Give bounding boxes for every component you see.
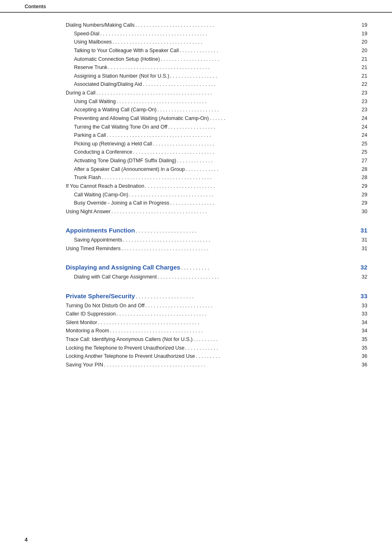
list-item: Using Night Answer . . . . . . . . . . .… xyxy=(66,207,367,216)
list-item: Call Waiting (Camp-On) . . . . . . . . .… xyxy=(66,191,367,199)
toc-label: Trace Call: Identifying Anonymous Caller… xyxy=(66,335,193,344)
list-item: Caller ID Suppression . . . . . . . . . … xyxy=(66,310,367,318)
list-item: Assigning a Station Number (Not for U.S.… xyxy=(66,72,367,81)
content-area: Dialing Numbers/Making Calls . . . . . .… xyxy=(0,13,392,386)
list-item: Picking up (Retrieving) a Held Call . . … xyxy=(66,140,367,148)
toc-label: Speed-Dial xyxy=(74,30,99,38)
list-item: If You Cannot Reach a Destination . . . … xyxy=(66,182,367,191)
toc-label: Activating Tone Dialing (DTMF Suffix Dia… xyxy=(74,157,176,165)
list-item: Saving Appointments . . . . . . . . . . … xyxy=(66,236,367,244)
toc-label: Dialing Numbers/Making Calls xyxy=(66,21,134,30)
toc-label: Monitoring a Room xyxy=(66,327,109,335)
list-item: Turning Do Not Disturb On and Off . . . … xyxy=(66,302,367,310)
list-item: After a Speaker Call (Announcement) in a… xyxy=(66,165,367,174)
header-bar: Contents xyxy=(0,0,392,13)
toc-label: Caller ID Suppression xyxy=(66,310,116,318)
toc-label: Assigning a Station Number (Not for U.S.… xyxy=(74,72,169,81)
toc-label: During a Call xyxy=(66,89,95,97)
section-heading-call-charges: Displaying and Assigning Call Charges . … xyxy=(66,263,367,273)
list-item: Speed-Dial . . . . . . . . . . . . . . .… xyxy=(66,30,367,38)
toc-label: If You Cannot Reach a Destination xyxy=(66,182,144,191)
list-item: Locking the Telephone to Prevent Unautho… xyxy=(66,344,367,352)
list-item: Saving Your PIN . . . . . . . . . . . . … xyxy=(66,361,367,369)
list-item: Conducting a Conference . . . . . . . . … xyxy=(66,148,367,157)
list-item: Dialing with Call Charge Assignment . . … xyxy=(66,273,367,281)
toc-label: Picking up (Retrieving) a Held Call xyxy=(74,140,152,148)
list-item: During a Call . . . . . . . . . . . . . … xyxy=(66,89,367,97)
toc-label: Using Call Waiting xyxy=(74,97,116,106)
list-item: Accepting a Waiting Call (Camp-On) . . .… xyxy=(66,106,367,114)
toc-label: Saving Your PIN xyxy=(66,361,103,369)
toc-label: Reserve Trunk xyxy=(74,63,107,72)
toc-label: Automatic Connection Setup (Hotline) xyxy=(74,55,160,64)
list-item: Using Mailboxes . . . . . . . . . . . . … xyxy=(66,38,367,46)
list-item: Dialing Numbers/Making Calls . . . . . .… xyxy=(66,21,367,30)
toc-label: Call Waiting (Camp-On) xyxy=(74,191,128,199)
toc-label: After a Speaker Call (Announcement) in a… xyxy=(74,165,185,174)
toc-label: Busy Override - Joining a Call in Progre… xyxy=(74,199,169,207)
toc-label: Associated Dialing/Dialing Aid xyxy=(74,80,142,89)
toc-label: Silent Monitor xyxy=(66,318,97,327)
toc-label: Using Mailboxes xyxy=(74,38,112,46)
list-item: Locking Another Telephone to Prevent Una… xyxy=(66,352,367,361)
list-item: Talking to Your Colleague With a Speaker… xyxy=(66,46,367,55)
toc-label: Turning Do Not Disturb On and Off xyxy=(66,302,145,310)
toc-label: Locking Another Telephone to Prevent Una… xyxy=(66,352,195,361)
toc-label: Saving Appointments xyxy=(74,236,122,244)
list-item: Busy Override - Joining a Call in Progre… xyxy=(66,199,367,207)
toc-label: Dialing with Call Charge Assignment xyxy=(74,273,157,281)
header-title: Contents xyxy=(25,4,46,9)
toc-regular-entries: Dialing Numbers/Making Calls . . . . . .… xyxy=(66,21,367,216)
list-item: Associated Dialing/Dialing Aid . . . . .… xyxy=(66,80,367,89)
toc-label: Turning the Call Waiting Tone On and Off xyxy=(74,123,167,131)
appointments-section: Appointments Function . . . . . . . . . … xyxy=(66,226,367,253)
toc-label: Using Night Answer xyxy=(66,207,111,216)
list-item: Silent Monitor . . . . . . . . . . . . .… xyxy=(66,318,367,327)
toc-label: Preventing and Allowing Call Waiting (Au… xyxy=(74,114,209,123)
list-item: Using Call Waiting . . . . . . . . . . .… xyxy=(66,97,367,106)
list-item: Monitoring a Room . . . . . . . . . . . … xyxy=(66,327,367,335)
list-item: Automatic Connection Setup (Hotline) . .… xyxy=(66,55,367,64)
toc-label: Parking a Call xyxy=(74,131,106,140)
call-charges-heading: Displaying and Assigning Call Charges xyxy=(66,263,180,273)
list-item: Turning the Call Waiting Tone On and Off… xyxy=(66,123,367,131)
list-item: Activating Tone Dialing (DTMF Suffix Dia… xyxy=(66,157,367,165)
list-item: Reserve Trunk . . . . . . . . . . . . . … xyxy=(66,63,367,72)
list-item: Trunk Flash . . . . . . . . . . . . . . … xyxy=(66,173,367,182)
toc-label: Accepting a Waiting Call (Camp-On) xyxy=(74,106,157,114)
list-item: Trace Call: Identifying Anonymous Caller… xyxy=(66,335,367,344)
private-sphere-section: Private Sphere/Security . . . . . . . . … xyxy=(66,291,367,369)
footer-page-number: 4 xyxy=(25,537,28,543)
list-item: Using Timed Reminders . . . . . . . . . … xyxy=(66,244,367,253)
toc-label: Locking the Telephone to Prevent Unautho… xyxy=(66,344,184,352)
toc-label: Using Timed Reminders xyxy=(66,244,120,253)
private-sphere-heading: Private Sphere/Security xyxy=(66,291,135,302)
page: Contents Dialing Numbers/Making Calls . … xyxy=(0,0,392,555)
toc-label: Talking to Your Colleague With a Speaker… xyxy=(74,46,179,55)
toc-label: Trunk Flash xyxy=(74,173,101,182)
appointments-heading: Appointments Function xyxy=(66,226,135,236)
section-heading-appointments: Appointments Function . . . . . . . . . … xyxy=(66,226,367,236)
section-heading-private-sphere: Private Sphere/Security . . . . . . . . … xyxy=(66,291,367,302)
toc-label: Conducting a Conference xyxy=(74,148,132,157)
list-item: Preventing and Allowing Call Waiting (Au… xyxy=(66,114,367,123)
list-item: Parking a Call . . . . . . . . . . . . .… xyxy=(66,131,367,140)
call-charges-section: Displaying and Assigning Call Charges . … xyxy=(66,263,367,281)
